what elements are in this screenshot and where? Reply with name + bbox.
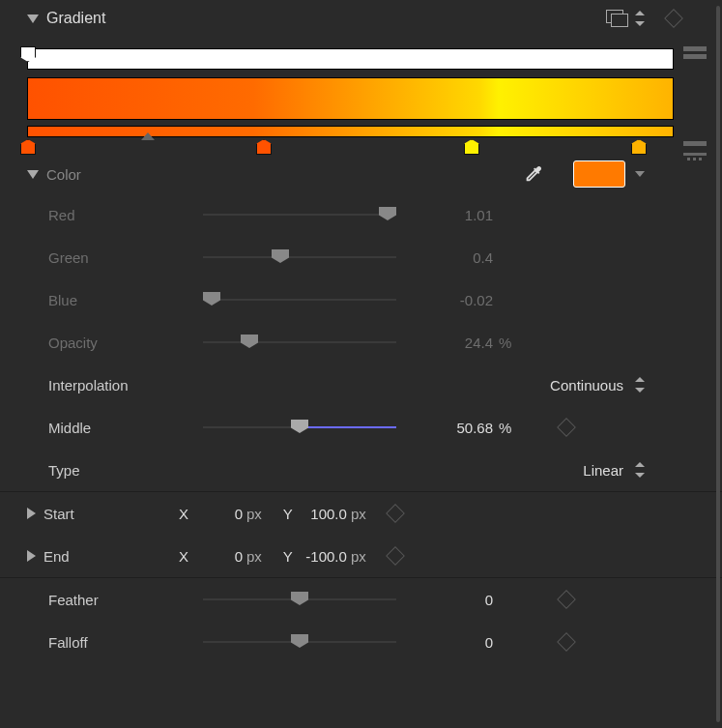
end-row: End X 0 px Y -100.0 px <box>0 535 722 577</box>
red-row: Red 1.01 <box>0 193 722 236</box>
color-stop[interactable] <box>464 139 479 155</box>
blue-slider[interactable] <box>203 290 396 309</box>
color-disclosure-icon[interactable] <box>27 170 39 179</box>
interpolation-dropdown[interactable]: Continuous <box>550 377 645 393</box>
middle-row: Middle 50.68 % <box>0 406 722 449</box>
opacity-row: Opacity 24.4 % <box>0 321 722 364</box>
gradient-keyframe-icon[interactable] <box>664 9 683 28</box>
red-value[interactable]: 1.01 <box>406 207 493 223</box>
blue-value[interactable]: -0.02 <box>406 292 493 308</box>
red-slider[interactable] <box>203 205 396 224</box>
combined-gradient-bar <box>27 126 674 137</box>
falloff-value[interactable]: 0 <box>406 634 493 651</box>
middle-keyframe-icon[interactable] <box>557 418 576 437</box>
green-slider[interactable] <box>203 248 396 267</box>
green-value[interactable]: 0.4 <box>406 249 493 266</box>
feather-label: Feather <box>48 592 203 608</box>
falloff-keyframe-icon[interactable] <box>557 632 576 652</box>
end-keyframe-icon[interactable] <box>386 546 405 566</box>
feather-row: Feather 0 <box>0 578 722 621</box>
distribute-opacity-stops-icon[interactable] <box>683 46 707 66</box>
type-dropdown[interactable]: Linear <box>583 462 645 479</box>
gradient-disclosure-icon[interactable] <box>27 15 39 23</box>
type-label: Type <box>48 462 203 479</box>
start-keyframe-icon[interactable] <box>386 504 405 523</box>
interpolation-stepper-icon <box>635 377 645 393</box>
blue-label: Blue <box>48 292 203 308</box>
middle-label: Middle <box>48 420 203 436</box>
color-chevron-down-icon[interactable] <box>635 171 645 177</box>
feather-value[interactable]: 0 <box>406 592 493 608</box>
opacity-slider[interactable] <box>203 333 396 352</box>
gradient-midpoint-marker[interactable] <box>141 132 155 140</box>
end-label: End <box>43 548 179 565</box>
end-y-value[interactable]: -100.0 <box>299 548 347 565</box>
opacity-stop[interactable] <box>20 46 36 62</box>
distribute-color-stops-icon[interactable] <box>683 141 707 160</box>
opacity-value[interactable]: 24.4 <box>406 335 493 351</box>
gradient-header: Gradient <box>0 6 722 35</box>
opacity-gradient-bar[interactable] <box>27 48 674 70</box>
eyedropper-icon[interactable] <box>523 163 544 185</box>
falloff-label: Falloff <box>48 634 203 651</box>
color-stops-track <box>27 137 674 155</box>
feather-keyframe-icon[interactable] <box>557 590 576 609</box>
color-stop[interactable] <box>20 139 36 155</box>
color-row: Color <box>0 155 722 193</box>
color-stop[interactable] <box>256 139 272 155</box>
preset-stepper-icon[interactable] <box>635 11 645 26</box>
opacity-label: Opacity <box>48 335 203 351</box>
green-label: Green <box>48 249 203 266</box>
start-y-value[interactable]: 100.0 <box>299 506 347 522</box>
blue-row: Blue -0.02 <box>0 278 722 321</box>
color-stop[interactable] <box>631 139 647 155</box>
middle-slider[interactable] <box>203 418 396 437</box>
start-label: Start <box>43 506 179 522</box>
gradient-title: Gradient <box>46 10 105 27</box>
middle-value[interactable]: 50.68 <box>406 420 493 436</box>
gradient-editor <box>0 48 722 155</box>
interpolation-row: Interpolation Continuous <box>0 364 722 406</box>
color-swatch[interactable] <box>573 160 625 188</box>
feather-slider[interactable] <box>203 590 396 609</box>
gradient-inspector-panel: { "header": { "title": "Gradient" }, "gr… <box>0 0 722 728</box>
falloff-slider[interactable] <box>203 632 396 652</box>
falloff-row: Falloff 0 <box>0 621 722 663</box>
end-disclosure-icon[interactable] <box>27 550 36 562</box>
end-x-value[interactable]: 0 <box>194 548 243 565</box>
green-row: Green 0.4 <box>0 236 722 278</box>
start-disclosure-icon[interactable] <box>27 508 36 519</box>
red-label: Red <box>48 207 203 223</box>
type-stepper-icon <box>635 462 645 478</box>
start-row: Start X 0 px Y 100.0 px <box>0 492 722 535</box>
interpolation-label: Interpolation <box>48 377 203 393</box>
start-x-value[interactable]: 0 <box>194 506 243 522</box>
color-gradient-bar[interactable] <box>27 77 674 120</box>
type-row: Type Linear <box>0 449 722 491</box>
preset-library-icon[interactable] <box>606 10 629 27</box>
color-label: Color <box>46 166 81 183</box>
